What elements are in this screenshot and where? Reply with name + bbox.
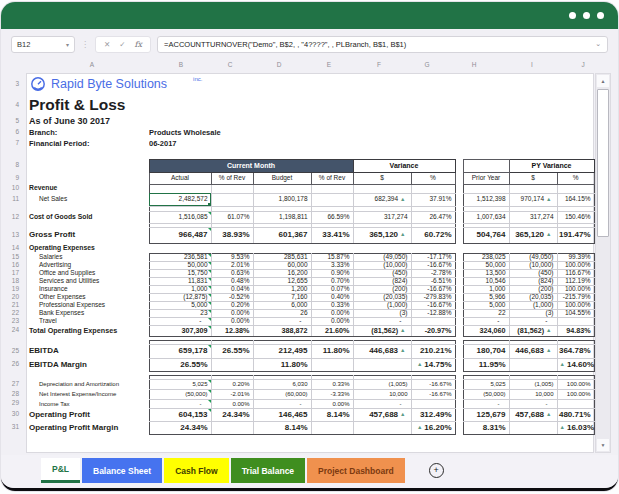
- cell[interactable]: (200): [353, 285, 411, 293]
- row-number[interactable]: [1, 149, 26, 159]
- row-number[interactable]: 15: [1, 253, 26, 261]
- column-letter[interactable]: D: [277, 61, 282, 68]
- cell[interactable]: -279.83%: [411, 293, 455, 301]
- cell[interactable]: [509, 184, 557, 193]
- cell[interactable]: [311, 184, 353, 193]
- cell[interactable]: 104.55%: [557, 309, 594, 317]
- cell[interactable]: 0.00%: [311, 309, 353, 317]
- cell[interactable]: 457,688▲: [353, 408, 411, 421]
- column-letter[interactable]: A: [90, 61, 94, 68]
- row-number[interactable]: 27: [1, 379, 26, 389]
- cell[interactable]: (20,035): [509, 293, 557, 301]
- cell[interactable]: -3.33%: [311, 389, 353, 399]
- column-letter[interactable]: B: [179, 61, 183, 68]
- cell[interactable]: 116.67%: [557, 269, 594, 277]
- cell[interactable]: (12,875): [149, 293, 211, 301]
- row-number[interactable]: 5: [1, 115, 26, 127]
- cell[interactable]: 0.00%: [211, 309, 253, 317]
- cell[interactable]: 10,546: [463, 277, 509, 285]
- column-letter[interactable]: G: [424, 61, 429, 68]
- cell[interactable]: 1,000: [149, 285, 211, 293]
- cell[interactable]: 212,495: [253, 344, 311, 358]
- tab-balance-sheet[interactable]: Balance Sheet: [82, 458, 162, 483]
- cell[interactable]: -16.67%: [411, 301, 455, 309]
- cell[interactable]: 164.15%: [557, 193, 594, 206]
- row-number[interactable]: 12: [1, 211, 26, 223]
- cell[interactable]: 446,683▲: [509, 344, 557, 358]
- add-sheet-button[interactable]: +: [429, 463, 444, 478]
- cell[interactable]: (450): [509, 269, 557, 277]
- row-number[interactable]: 22: [1, 309, 26, 317]
- column-letter[interactable]: J: [581, 61, 584, 68]
- cell[interactable]: -: [353, 399, 411, 408]
- cell[interactable]: 0.40%: [311, 293, 353, 301]
- window-control-dot-icon[interactable]: [569, 12, 576, 19]
- cell[interactable]: 5,000: [463, 301, 509, 309]
- cell[interactable]: 11.80%: [311, 344, 353, 358]
- cell[interactable]: 365,120▲: [353, 227, 411, 243]
- cell[interactable]: -: [463, 399, 509, 408]
- cell[interactable]: 9.53%: [211, 253, 253, 261]
- cell[interactable]: 285,631: [253, 253, 311, 261]
- cell[interactable]: -: [149, 317, 211, 325]
- row-number[interactable]: 19: [1, 285, 26, 293]
- row-number[interactable]: 26: [1, 358, 26, 371]
- cell[interactable]: 21.60%: [311, 325, 353, 336]
- cell[interactable]: 100.00%: [557, 379, 594, 389]
- cell[interactable]: -215.79%: [557, 293, 594, 301]
- cell[interactable]: 1,516,085: [149, 211, 211, 223]
- column-letter[interactable]: C: [228, 61, 233, 68]
- column-header[interactable]: $: [509, 172, 557, 184]
- cell[interactable]: 11.95%: [463, 358, 509, 371]
- cell[interactable]: 0.63%: [211, 269, 253, 277]
- row-number[interactable]: 10: [1, 184, 26, 193]
- cell[interactable]: 0.00%: [311, 317, 353, 325]
- row-number[interactable]: 8: [1, 159, 26, 172]
- row-number[interactable]: 28: [1, 389, 26, 399]
- cell[interactable]: 2,482,572: [149, 193, 211, 206]
- cell[interactable]: 5,966: [463, 293, 509, 301]
- scrollbar-thumb[interactable]: [597, 89, 609, 237]
- cell[interactable]: ▲14.60%: [557, 358, 594, 371]
- cell[interactable]: 324,060: [463, 325, 509, 336]
- cell[interactable]: 0.33%: [311, 301, 353, 309]
- cell[interactable]: (824): [509, 277, 557, 285]
- cell[interactable]: 6,030: [253, 379, 311, 389]
- row-number[interactable]: 20: [1, 293, 26, 301]
- cell[interactable]: 1,198,811: [253, 211, 311, 223]
- cell[interactable]: 307,309: [149, 325, 211, 336]
- column-header[interactable]: Prior Year: [463, 172, 509, 184]
- cell[interactable]: (10,000): [353, 261, 411, 269]
- cell[interactable]: ▲16.20%: [411, 421, 455, 434]
- cell-name-box[interactable]: B12 ▾: [11, 36, 75, 53]
- cell[interactable]: (1,000): [353, 301, 411, 309]
- cell[interactable]: [311, 193, 353, 206]
- cell[interactable]: 1,800,178: [253, 193, 311, 206]
- cell[interactable]: [311, 421, 353, 434]
- cell[interactable]: 0.70%: [311, 277, 353, 285]
- cell[interactable]: 26.55%: [211, 344, 253, 358]
- cell[interactable]: 364.78%: [557, 344, 594, 358]
- cell[interactable]: (200): [509, 285, 557, 293]
- cell[interactable]: 1,512,398: [463, 193, 509, 206]
- column-header[interactable]: Budget: [253, 172, 311, 184]
- cell[interactable]: 10,000: [353, 389, 411, 399]
- cell[interactable]: [411, 317, 455, 325]
- cell[interactable]: 26.55%: [149, 358, 211, 371]
- cell[interactable]: -: [509, 317, 557, 325]
- cell[interactable]: 504,764: [463, 227, 509, 243]
- cell[interactable]: (3): [509, 309, 557, 317]
- cell[interactable]: (20,035): [353, 293, 411, 301]
- cell[interactable]: 5,025: [463, 379, 509, 389]
- cell[interactable]: 0.20%: [211, 301, 253, 309]
- cell[interactable]: 682,394▲: [353, 193, 411, 206]
- cell[interactable]: [411, 184, 455, 193]
- cell[interactable]: 1,000: [463, 285, 509, 293]
- cell[interactable]: 0.20%: [211, 379, 253, 389]
- cell[interactable]: [211, 358, 253, 371]
- cell[interactable]: 15,750: [149, 269, 211, 277]
- tab-p-l[interactable]: P&L: [41, 458, 80, 483]
- cell[interactable]: 15.87%: [311, 253, 353, 261]
- column-letter[interactable]: I: [531, 61, 533, 68]
- row-number[interactable]: 21: [1, 301, 26, 309]
